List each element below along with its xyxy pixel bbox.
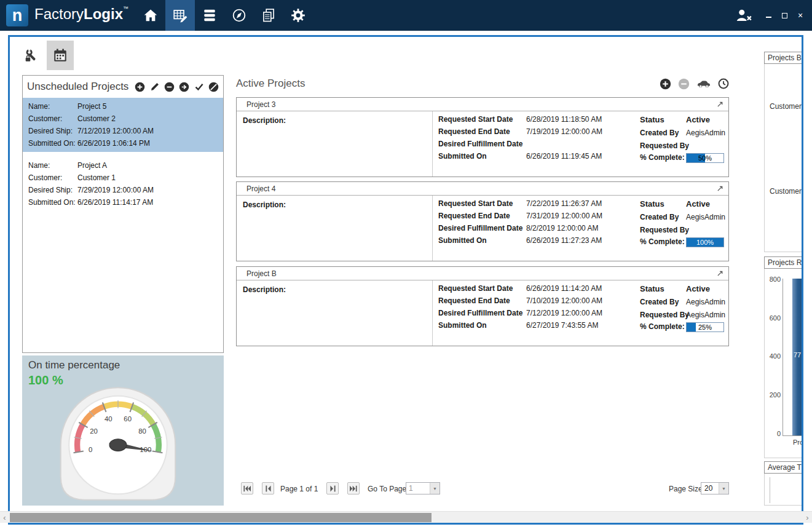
promote-button[interactable] — [179, 82, 189, 92]
first-page-icon — [243, 485, 251, 492]
history-button[interactable] — [718, 77, 729, 90]
tools-wrench-icon — [24, 47, 40, 63]
first-page-button[interactable] — [241, 482, 253, 494]
scroll-right-button[interactable]: › — [803, 512, 812, 523]
expand-button[interactable] — [717, 270, 723, 277]
app-title: FactoryLogix™ — [34, 6, 128, 23]
on-time-gauge: 0 20 40 60 80 100 — [48, 384, 188, 505]
remove-circle-icon — [164, 82, 175, 92]
status-label: Status — [640, 199, 686, 208]
last-page-icon — [350, 485, 357, 492]
scheduling-button[interactable] — [165, 0, 195, 31]
field-value: 7/10/2019 12:00:00 AM — [526, 296, 602, 305]
cancel-button[interactable] — [208, 82, 219, 92]
projects-by-panel-header[interactable]: Projects B — [764, 52, 803, 64]
on-time-title: On time percentage — [28, 359, 120, 371]
previous-page-button[interactable] — [262, 482, 274, 494]
field-value: 8/2/2019 12:00:00 AM — [526, 224, 598, 232]
gauge-tick-20: 20 — [90, 427, 98, 435]
main-nav — [136, 0, 313, 31]
x-axis-line — [782, 435, 803, 436]
expand-button[interactable] — [717, 185, 723, 192]
requested-by-label: Requested By — [640, 141, 686, 150]
project-card-header[interactable]: Project 4 — [237, 182, 728, 196]
project-card-header[interactable]: Project 3 — [237, 98, 728, 111]
column-divider — [432, 280, 433, 346]
next-page-button[interactable] — [326, 482, 339, 494]
y-axis-tick: 200 — [765, 391, 781, 399]
home-icon — [143, 7, 159, 23]
remove-circle-icon — [678, 78, 690, 90]
titlebar: n FactoryLogix™ — [0, 0, 812, 31]
add-button[interactable] — [135, 82, 145, 92]
app-title-bold: Logix — [84, 6, 123, 22]
unscheduled-project-item[interactable]: Name:Project 5 Customer:Customer 2 Desir… — [23, 98, 223, 152]
expand-arrow-icon — [717, 185, 723, 192]
go-to-page-input[interactable] — [406, 483, 430, 494]
projects-chart-panel-body: 800 600 400 200 0 77 Pro — [764, 269, 803, 458]
projects-chart-panel-header[interactable]: Projects R — [764, 256, 803, 269]
field-value: 6/27/2019 7:43:55 AM — [526, 321, 598, 330]
name-label: Name: — [28, 102, 77, 111]
project-card: Project 3 Description: Requested Start D… — [236, 97, 729, 177]
gauge-tick-80: 80 — [138, 427, 146, 435]
gauge-tick-0: 0 — [89, 446, 92, 453]
trademark: ™ — [123, 6, 128, 12]
project-name: Project 4 — [246, 185, 275, 193]
accept-button[interactable] — [194, 82, 204, 92]
scrollbar-track[interactable] — [9, 512, 803, 523]
compass-icon — [231, 7, 247, 23]
navigation-button[interactable] — [224, 0, 254, 31]
column-divider — [432, 111, 433, 177]
page-size-label: Page Size — [669, 485, 703, 493]
home-button[interactable] — [136, 0, 165, 31]
tab-scheduler[interactable] — [47, 41, 74, 70]
project-card-body: Description: Requested Start Date7/22/20… — [237, 196, 728, 261]
app-title-regular: Factory — [34, 6, 84, 22]
requested-by-value: AegisAdmin — [686, 311, 725, 319]
page-size-select[interactable]: 20 ▼ — [701, 482, 729, 494]
tab-tools[interactable] — [18, 41, 45, 70]
documents-icon — [261, 7, 277, 23]
previous-page-icon — [266, 485, 271, 492]
chevron-down-icon[interactable]: ▼ — [719, 483, 728, 494]
average-panel-header[interactable]: Average T — [764, 461, 803, 474]
remove-project-button[interactable] — [678, 77, 690, 90]
remove-button[interactable] — [164, 82, 175, 92]
unscheduled-project-item[interactable]: Name:Project A Customer:Customer 1 Desir… — [23, 157, 223, 211]
last-page-button[interactable] — [347, 482, 360, 494]
add-project-button[interactable] — [660, 77, 671, 90]
scrollbar-thumb[interactable] — [10, 513, 432, 522]
progress-bar: 100% — [686, 237, 724, 247]
clock-icon — [718, 78, 729, 89]
close-button[interactable]: × — [796, 11, 805, 20]
desired-ship-label: Desired Ship: — [28, 186, 77, 194]
documents-button[interactable] — [254, 0, 283, 31]
minimize-button[interactable] — [764, 11, 773, 20]
scroll-left-button[interactable]: ‹ — [0, 512, 9, 523]
project-card: Project 4 Description: Requested Start D… — [236, 181, 729, 261]
x-axis-label: Pro — [793, 439, 803, 446]
average-panel-title: Average T — [768, 463, 802, 472]
materials-button[interactable] — [195, 0, 224, 31]
y-axis-tick: 800 — [765, 276, 781, 283]
field-label: Desired Fulfillment Date — [438, 140, 526, 148]
chart-bar: 77 — [792, 279, 803, 435]
column-divider — [432, 196, 433, 261]
customer-label: Customer: — [28, 173, 77, 182]
chevron-down-icon[interactable]: ▼ — [430, 483, 440, 494]
description-label: Description: — [243, 285, 286, 294]
settings-button[interactable] — [283, 0, 313, 31]
edit-button[interactable] — [149, 82, 160, 92]
field-label: Requested Start Date — [438, 284, 526, 293]
projects-by-panel-body: Customer 2 Customer 1 — [764, 64, 803, 252]
active-projects-title: Active Projects — [236, 77, 305, 90]
cancel-circle-icon — [208, 82, 219, 92]
maximize-button[interactable] — [780, 11, 789, 20]
transport-button[interactable] — [696, 77, 711, 90]
next-page-icon — [330, 485, 336, 492]
logoff-button[interactable] — [735, 7, 753, 23]
project-card-header[interactable]: Project B — [237, 267, 728, 280]
expand-button[interactable] — [717, 101, 723, 108]
y-axis-line — [782, 279, 783, 436]
